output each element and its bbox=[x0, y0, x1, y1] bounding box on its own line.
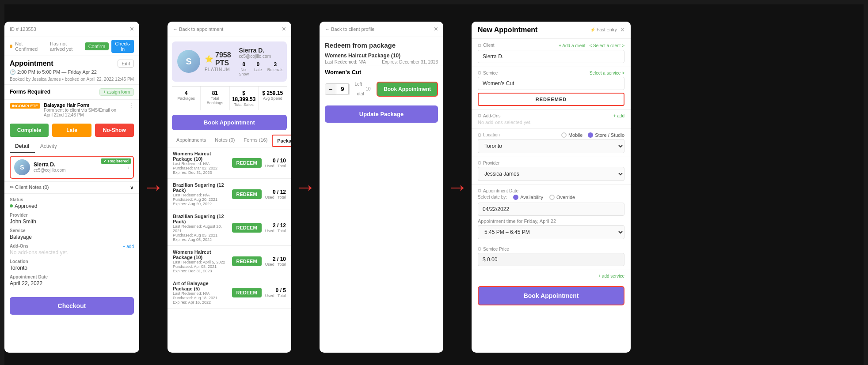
fast-entry-badge: ⚡ Fast Entry bbox=[590, 27, 617, 32]
service-row: Service Balayage bbox=[10, 228, 134, 240]
back-to-client-link[interactable]: ← Back to client profile bbox=[325, 26, 375, 32]
client-notes-label: ✏ Client Notes (0) bbox=[10, 184, 49, 190]
tab-forms[interactable]: Forms (16) bbox=[240, 135, 272, 147]
tab-activity[interactable]: Activity bbox=[35, 140, 62, 153]
close-icon-p4[interactable]: × bbox=[621, 26, 624, 34]
add-client-link[interactable]: + Add a client bbox=[559, 43, 585, 48]
redeemed-badge: REDEEMED bbox=[478, 93, 624, 106]
form-menu-icon[interactable]: ⋮ bbox=[129, 102, 134, 109]
redeem-button-0[interactable]: REDEEM bbox=[232, 158, 262, 168]
service-label: Service bbox=[10, 228, 134, 233]
form-content: Balayage Hair Form Form sent to client v… bbox=[44, 102, 125, 117]
book-appointment-button-p2[interactable]: Book Appointment bbox=[172, 115, 287, 130]
store-radio[interactable]: Store / Studio bbox=[588, 132, 624, 138]
panel4-header: New Appointment ⚡ Fast Entry × bbox=[472, 22, 631, 39]
service-label-p4: Service bbox=[478, 71, 498, 75]
select-client-link[interactable]: < Select a client > bbox=[590, 43, 625, 48]
panel1-header: ID # 123553 × bbox=[4, 22, 139, 37]
add-addon-link[interactable]: + add bbox=[123, 244, 134, 249]
complete-button[interactable]: Complete bbox=[10, 124, 49, 137]
tab-detail[interactable]: Detail bbox=[10, 140, 35, 153]
date-dot bbox=[478, 189, 481, 192]
select-service-link[interactable]: Select a service > bbox=[590, 71, 624, 75]
provider-section-p4: Provider Jessica James bbox=[472, 157, 631, 185]
override-radio[interactable]: Override bbox=[549, 195, 575, 200]
close-icon[interactable]: × bbox=[130, 25, 134, 33]
date-input[interactable] bbox=[478, 203, 624, 216]
book-appointment-green-button[interactable]: Book Appointment bbox=[377, 82, 438, 97]
panel3-header: ← Back to client profile × bbox=[320, 22, 443, 37]
price-input[interactable] bbox=[478, 253, 624, 266]
add-service-link[interactable]: + add service bbox=[598, 274, 624, 278]
add-addon-link-p4[interactable]: + add bbox=[613, 113, 624, 118]
late-button[interactable]: Late bbox=[52, 124, 91, 137]
redeem-package-panel: ← Back to client profile × Redeem from p… bbox=[320, 22, 443, 353]
counter-labels: Left 10 Total bbox=[354, 82, 372, 96]
redeem-button-2[interactable]: REDEEM bbox=[232, 223, 262, 233]
add-service-section: + add service bbox=[472, 270, 631, 282]
update-package-button[interactable]: Update Package bbox=[325, 105, 438, 123]
time-select[interactable]: 5:45 PM – 6:45 PM bbox=[478, 225, 624, 239]
checkout-button[interactable]: Checkout bbox=[10, 297, 134, 315]
details-section: Status Approved Provider John Smith Serv… bbox=[4, 193, 139, 294]
book-appointment-button-p4[interactable]: Book Appointment bbox=[478, 286, 624, 305]
service-input[interactable] bbox=[478, 77, 624, 90]
tab-appointments[interactable]: Appointments bbox=[172, 135, 210, 147]
profile-metrics: 4 Packages 81 Total Bookings $ 18,399.53… bbox=[172, 86, 287, 110]
mobile-radio[interactable]: Mobile bbox=[561, 132, 582, 138]
expires: Expires: December 31, 2023 bbox=[382, 60, 438, 64]
profile-stats: 0 No-Show 0 Late 3 Referrals bbox=[239, 61, 284, 76]
client-notes[interactable]: ✏ Client Notes (0) ∨ bbox=[4, 181, 139, 193]
profile-right: Sierra D. cc5@cojilio.com 0 No-Show 0 La… bbox=[236, 47, 284, 76]
availability-radio[interactable]: Availability bbox=[513, 195, 543, 200]
not-arrived-text: Has not arrived yet bbox=[50, 41, 82, 52]
override-radio-dot bbox=[549, 195, 555, 200]
pts-star-icon: ⭐ bbox=[205, 55, 213, 63]
price-dot bbox=[478, 247, 481, 251]
form-item: INCOMPLETE Balayage Hair Form Form sent … bbox=[4, 99, 139, 120]
client-card[interactable]: S Sierra D. cc5@cojilio.com ✓ Registered… bbox=[10, 156, 134, 179]
back-to-appointment-link[interactable]: ← Back to appointment bbox=[173, 26, 223, 32]
redeem-button-1[interactable]: REDEEM bbox=[232, 189, 262, 199]
provider-label: Provider bbox=[10, 213, 134, 218]
tab-notes[interactable]: Notes (0) bbox=[210, 135, 239, 147]
counter-increment[interactable]: + bbox=[349, 84, 350, 94]
new-appointment-panel: New Appointment ⚡ Fast Entry × Client bbox=[472, 22, 631, 353]
package-info: Art of Balayage Package (5) Last Redeeme… bbox=[173, 281, 228, 305]
client-dot bbox=[478, 44, 481, 47]
appointment-id: ID # 123553 bbox=[10, 26, 36, 32]
client-section: S Sierra D. cc5@cojilio.com ✓ Registered… bbox=[4, 153, 139, 181]
time-label: Appointment time for Friday, April 22 bbox=[478, 218, 624, 224]
stat-noshow: 0 No-Show bbox=[239, 61, 249, 76]
arrow-1: → bbox=[139, 175, 168, 199]
package-count-1: 0 / 12 Used Total bbox=[265, 189, 286, 199]
form-sub: Form sent to client via SMS/Email on Apr… bbox=[44, 108, 125, 117]
counter-decrement[interactable]: − bbox=[325, 84, 336, 94]
redeem-counter: − 9 + Left 10 Total Book Appointment bbox=[320, 78, 443, 100]
close-icon-p3[interactable]: × bbox=[434, 25, 438, 33]
package-count-0: 0 / 10 Used Total bbox=[265, 158, 286, 168]
counter-box: − 9 + bbox=[325, 83, 350, 95]
client-profile-card: S ⭐ 7958 PTS PLATINUM Sierra D. cc5@coji… bbox=[172, 41, 287, 82]
package-list: Womens Haircut Package (10) Last Redeeme… bbox=[168, 147, 291, 309]
redeem-button-4[interactable]: REDEEM bbox=[232, 288, 262, 297]
metric-avg-spend: $ 259.15 Avg Spend bbox=[259, 87, 287, 110]
addons-label-p4: Add-Ons bbox=[478, 113, 500, 118]
client-input[interactable] bbox=[478, 50, 624, 63]
provider-select[interactable]: Jessica James bbox=[478, 167, 624, 181]
location-select[interactable]: Toronto bbox=[478, 139, 624, 153]
assign-form-button[interactable]: + assign form bbox=[99, 88, 134, 96]
noshow-button[interactable]: No-Show bbox=[95, 124, 134, 137]
incomplete-badge: INCOMPLETE bbox=[10, 103, 40, 109]
checkin-button[interactable]: Check-In bbox=[111, 40, 134, 53]
edit-button[interactable]: Edit bbox=[118, 60, 134, 68]
location-radio-group: Mobile Store / Studio bbox=[561, 132, 624, 138]
status-label: Status bbox=[10, 197, 134, 202]
tab-packages[interactable]: Packages (4) NEW bbox=[272, 135, 291, 147]
appt-date-row: Appointment Date April 22, 2022 bbox=[10, 275, 134, 286]
panel2-header: ← Back to appointment × bbox=[168, 22, 291, 37]
service-label-p3: Women's Cut bbox=[320, 65, 443, 78]
close-icon-p2[interactable]: × bbox=[282, 25, 286, 33]
redeem-button-3[interactable]: REDEEM bbox=[232, 256, 262, 266]
confirm-button[interactable]: Confirm bbox=[85, 42, 109, 50]
